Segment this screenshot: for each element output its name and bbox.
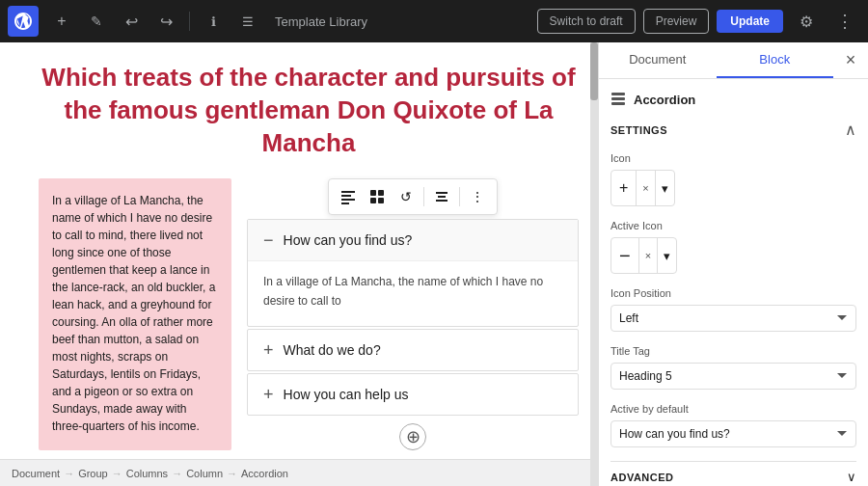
bc-sep-2: → xyxy=(112,468,122,479)
block-toolbar-sep xyxy=(423,187,424,206)
title-tag-select[interactable]: Heading 1 Heading 2 Heading 3 Heading 4 … xyxy=(610,363,856,390)
icon-group-minus: − × ▾ xyxy=(610,237,677,274)
breadcrumb-item-document[interactable]: Document xyxy=(12,468,60,479)
add-circle-icon[interactable]: ⊕ xyxy=(399,423,426,450)
icon-position-select[interactable]: Left Right xyxy=(610,305,856,332)
svg-rect-0 xyxy=(341,191,355,193)
active-icon-control: − × ▾ xyxy=(610,237,856,274)
redo-button[interactable]: ↪ xyxy=(150,6,181,37)
add-block-button[interactable]: + xyxy=(46,6,77,37)
icon-position-field-group: Icon Position Left Right xyxy=(610,287,856,332)
panel-close-button[interactable]: × xyxy=(833,42,868,78)
svg-rect-6 xyxy=(370,198,376,203)
breadcrumb-item-columns[interactable]: Columns xyxy=(126,468,168,479)
accordion-title-1: How can you find us? xyxy=(284,232,413,248)
svg-rect-5 xyxy=(378,190,384,196)
icon-field-label: Icon xyxy=(610,152,856,164)
svg-rect-2 xyxy=(341,199,355,201)
title-tag-field-group: Title Tag Heading 1 Heading 2 Heading 3 … xyxy=(610,345,856,390)
list-view-button[interactable]: ☰ xyxy=(232,6,263,37)
right-panel: Document Block × Accordion Settings xyxy=(598,42,868,486)
scrollbar-track[interactable] xyxy=(590,42,598,486)
accordion-minus-icon: − xyxy=(263,231,274,249)
panel-tabs: Document Block × xyxy=(599,42,868,79)
active-by-default-label: Active by default xyxy=(610,403,856,415)
block-toolbar: ↺ ⋮ xyxy=(328,178,498,215)
advanced-section[interactable]: Advanced ∨ xyxy=(610,461,856,486)
accordion-body-1: In a village of La Mancha, the name of w… xyxy=(248,260,578,325)
svg-rect-1 xyxy=(341,195,351,197)
svg-rect-13 xyxy=(611,102,625,105)
tools-button[interactable]: ✎ xyxy=(81,6,112,37)
tab-block[interactable]: Block xyxy=(717,42,834,78)
columns-layout: In a village of La Mancha, the name of w… xyxy=(39,178,579,449)
update-button[interactable]: Update xyxy=(717,10,783,33)
left-column-text: In a village of La Mancha, the name of w… xyxy=(52,192,218,435)
block-toolbar-sep2 xyxy=(459,187,460,206)
left-column: In a village of La Mancha, the name of w… xyxy=(39,178,231,449)
accordion-block-label: Accordion xyxy=(634,93,695,107)
advanced-section-label: Advanced xyxy=(610,472,674,483)
title-tag-label: Title Tag xyxy=(610,345,856,357)
accordion-plus-icon-3: + xyxy=(263,386,274,403)
svg-rect-9 xyxy=(438,196,446,198)
undo-button[interactable]: ↩ xyxy=(116,6,147,37)
block-toolbar-align-center[interactable] xyxy=(428,183,455,210)
svg-rect-10 xyxy=(436,200,448,202)
switch-to-draft-button[interactable]: Switch to draft xyxy=(537,9,636,34)
breadcrumb-item-group[interactable]: Group xyxy=(78,468,108,479)
block-toolbar-grid[interactable] xyxy=(364,183,391,210)
bc-sep-4: → xyxy=(227,468,237,479)
settings-section: Settings ∧ xyxy=(610,121,856,139)
accordion-body-text-1: In a village of La Mancha, the name of w… xyxy=(263,273,562,310)
toolbar-right: Switch to draft Preview Update ⚙ ⋮ xyxy=(537,6,860,37)
block-toolbar-more[interactable]: ⋮ xyxy=(464,183,491,210)
active-icon-remove-x[interactable]: × xyxy=(639,238,658,273)
block-toolbar-align-left[interactable] xyxy=(335,183,362,210)
svg-rect-7 xyxy=(378,198,384,203)
accordion-title-3: How you can help us xyxy=(284,387,409,402)
accordion-header-3[interactable]: + How you can help us xyxy=(248,374,578,415)
icon-control: + × ▾ xyxy=(610,170,856,206)
wp-logo-icon xyxy=(14,12,33,31)
active-icon-chevron-down[interactable]: ▾ xyxy=(658,238,676,273)
icon-position-label: Icon Position xyxy=(610,287,856,299)
svg-rect-8 xyxy=(436,192,448,194)
panel-block-title-row: Accordion xyxy=(610,91,856,109)
accordion-item-2: + What do we do? xyxy=(247,329,579,371)
more-options-button[interactable]: ⋮ xyxy=(829,6,860,37)
scrollbar-thumb[interactable] xyxy=(590,42,598,100)
accordion-block-icon xyxy=(610,91,626,109)
icon-chevron-down[interactable]: ▾ xyxy=(656,171,674,205)
accordion-header-1[interactable]: − How can you find us? xyxy=(248,220,578,260)
tab-document[interactable]: Document xyxy=(599,42,717,78)
settings-toggle-chevron[interactable]: ∧ xyxy=(845,121,856,139)
breadcrumb-item-accordion[interactable]: Accordion xyxy=(241,468,288,479)
accordion-item-3: + How you can help us xyxy=(247,373,579,416)
canvas-area: Which treats of the character and pursui… xyxy=(0,42,598,486)
main-layout: Which treats of the character and pursui… xyxy=(0,42,868,486)
add-accordion-item[interactable]: ⊕ xyxy=(247,423,579,450)
advanced-chevron-icon: ∨ xyxy=(847,470,856,484)
accordion-plus-icon-2: + xyxy=(263,341,274,359)
settings-title-row: Settings ∧ xyxy=(610,121,856,139)
info-button[interactable]: ℹ xyxy=(198,6,229,37)
accordion-item-1: − How can you find us? In a village of L… xyxy=(247,219,579,326)
svg-rect-11 xyxy=(611,93,625,95)
plus-icon-symbol: + xyxy=(611,171,637,205)
toolbar-title: Template Library xyxy=(275,14,533,29)
canvas-inner: Which treats of the character and pursui… xyxy=(0,42,598,486)
active-icon-field-group: Active Icon − × ▾ xyxy=(610,220,856,274)
svg-rect-4 xyxy=(370,190,376,196)
block-toolbar-refresh[interactable]: ↺ xyxy=(393,183,420,210)
settings-toggle-button[interactable]: ⚙ xyxy=(791,6,822,37)
icon-remove-x[interactable]: × xyxy=(637,171,655,205)
wp-logo[interactable] xyxy=(8,6,39,37)
icon-group-plus: + × ▾ xyxy=(610,170,675,206)
page-title: Which treats of the character and pursui… xyxy=(39,62,579,159)
active-by-default-select[interactable]: None How can you find us? What do we do?… xyxy=(610,420,856,447)
active-by-default-field-group: Active by default None How can you find … xyxy=(610,403,856,447)
accordion-header-2[interactable]: + What do we do? xyxy=(248,330,578,370)
breadcrumb-item-column[interactable]: Column xyxy=(186,468,223,479)
preview-button[interactable]: Preview xyxy=(643,9,710,34)
